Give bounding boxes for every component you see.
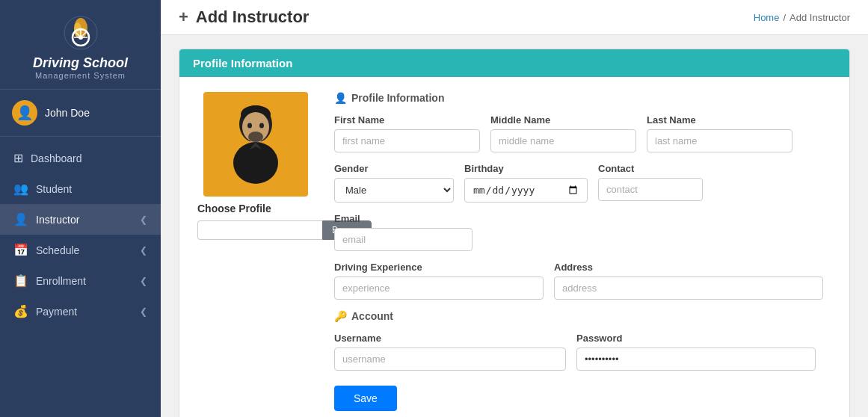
gender-label: Gender	[334, 163, 454, 174]
middle-name-label: Middle Name	[490, 114, 636, 126]
address-label: Address	[554, 262, 823, 273]
profile-section-heading: 👤 Profile Information	[334, 92, 831, 104]
sidebar-item-label: Payment	[36, 306, 77, 318]
password-group: Password	[576, 333, 816, 371]
svg-point-4	[79, 35, 83, 40]
sidebar-item-dashboard[interactable]: ⊞ Dashboard	[0, 143, 161, 173]
email-label: Email	[334, 213, 473, 224]
card-body: Choose Profile Browse 👤 Profile Informat…	[179, 77, 849, 417]
sidebar-item-label: Dashboard	[31, 152, 82, 164]
gender-group: Gender Male Female Other	[334, 163, 454, 203]
svg-point-14	[233, 142, 278, 184]
logo-title: Driving School	[33, 55, 128, 71]
file-input[interactable]	[197, 220, 322, 240]
person-icon: 👤	[334, 92, 347, 104]
chevron-right-icon: ❮	[140, 214, 147, 225]
svg-point-18	[259, 123, 264, 129]
avatar: 👤	[12, 100, 37, 126]
enrollment-icon: 📋	[13, 274, 28, 288]
chevron-right-icon: ❮	[140, 276, 147, 286]
main-content: + Add Instructor Home / Add Instructor P…	[161, 0, 868, 417]
address-input[interactable]	[554, 277, 823, 300]
email-group: Email	[334, 213, 473, 251]
password-input[interactable]	[576, 348, 816, 371]
email-input[interactable]	[334, 228, 473, 251]
last-name-label: Last Name	[647, 114, 792, 126]
gbce-row: Gender Male Female Other Birthday	[334, 163, 831, 251]
driving-exp-label: Driving Experience	[334, 262, 544, 273]
sidebar-item-label: Enrollment	[36, 275, 86, 287]
sidebar-nav: ⊞ Dashboard 👥 Student 👤 Instructor ❮ 📅 S…	[0, 137, 161, 417]
first-name-label: First Name	[334, 114, 480, 126]
choose-profile-label: Choose Profile	[197, 203, 271, 214]
account-section-heading: 🔑 Account	[334, 310, 831, 322]
sidebar-item-label: Instructor	[36, 214, 79, 226]
birthday-group: Birthday	[464, 163, 588, 203]
profile-section-label: Profile Information	[351, 92, 444, 104]
avatar-image	[215, 96, 297, 193]
schedule-icon: 📅	[13, 243, 28, 257]
sidebar-item-enrollment[interactable]: 📋 Enrollment ❮	[0, 265, 161, 296]
last-name-input[interactable]	[647, 129, 792, 152]
user-name: John Doe	[45, 107, 90, 119]
plus-icon: +	[179, 7, 188, 27]
password-label: Password	[576, 333, 816, 344]
driving-addr-row: Driving Experience Address	[334, 262, 831, 300]
sidebar-user: 👤 John Doe	[0, 90, 161, 137]
account-section-label: Account	[351, 310, 393, 322]
driving-exp-group: Driving Experience	[334, 262, 544, 300]
breadcrumb-home[interactable]: Home	[754, 12, 780, 23]
username-label: Username	[334, 333, 566, 344]
middle-name-input[interactable]	[490, 129, 636, 152]
breadcrumb: Home / Add Instructor	[754, 12, 850, 23]
sidebar-item-student[interactable]: 👥 Student	[0, 173, 161, 204]
form-column: 👤 Profile Information First Name Middle …	[334, 92, 831, 411]
profile-column: Choose Profile Browse	[197, 92, 313, 411]
page-title: Add Instructor	[196, 7, 310, 27]
contact-group: Contact	[598, 163, 703, 203]
sidebar-logo: Driving School Management System	[0, 0, 161, 90]
sidebar: Driving School Management System 👤 John …	[0, 0, 161, 417]
svg-point-17	[247, 123, 252, 129]
content-area: Profile Information	[161, 35, 868, 417]
chevron-right-icon: ❮	[140, 306, 147, 317]
logo-subtitle: Management System	[35, 71, 126, 80]
profile-card: Profile Information	[179, 49, 850, 417]
birthday-input[interactable]	[464, 178, 588, 203]
username-group: Username	[334, 333, 566, 371]
key-icon: 🔑	[334, 310, 347, 322]
username-input[interactable]	[334, 348, 566, 371]
topbar: + Add Instructor Home / Add Instructor	[161, 0, 868, 35]
contact-input[interactable]	[598, 178, 703, 201]
sidebar-item-label: Schedule	[36, 244, 79, 256]
address-group: Address	[554, 262, 823, 300]
sidebar-item-label: Student	[36, 183, 72, 195]
first-name-input[interactable]	[334, 129, 480, 152]
gender-select[interactable]: Male Female Other	[334, 178, 454, 203]
name-row: First Name Middle Name Last Name	[334, 114, 831, 152]
first-name-group: First Name	[334, 114, 480, 152]
breadcrumb-separator: /	[783, 12, 786, 23]
card-header: Profile Information	[179, 49, 849, 77]
instructor-icon: 👤	[13, 212, 28, 226]
birthday-label: Birthday	[464, 163, 588, 174]
sidebar-item-payment[interactable]: 💰 Payment ❮	[0, 296, 161, 327]
sidebar-item-instructor[interactable]: 👤 Instructor ❮	[0, 204, 161, 235]
svg-point-16	[248, 132, 263, 142]
file-input-row: Browse	[197, 220, 313, 240]
page-title-bar: + Add Instructor	[179, 7, 309, 27]
account-row: Username Password	[334, 333, 831, 371]
chevron-right-icon: ❮	[140, 245, 147, 256]
driving-exp-input[interactable]	[334, 277, 544, 300]
student-icon: 👥	[13, 182, 28, 196]
profile-image-box	[203, 92, 308, 197]
middle-name-group: Middle Name	[490, 114, 636, 152]
breadcrumb-current: Add Instructor	[789, 12, 850, 23]
payment-icon: 💰	[13, 304, 28, 318]
dashboard-icon: ⊞	[13, 151, 23, 165]
save-button[interactable]: Save	[334, 386, 397, 411]
contact-label: Contact	[598, 163, 703, 174]
last-name-group: Last Name	[647, 114, 792, 152]
sidebar-item-schedule[interactable]: 📅 Schedule ❮	[0, 235, 161, 265]
